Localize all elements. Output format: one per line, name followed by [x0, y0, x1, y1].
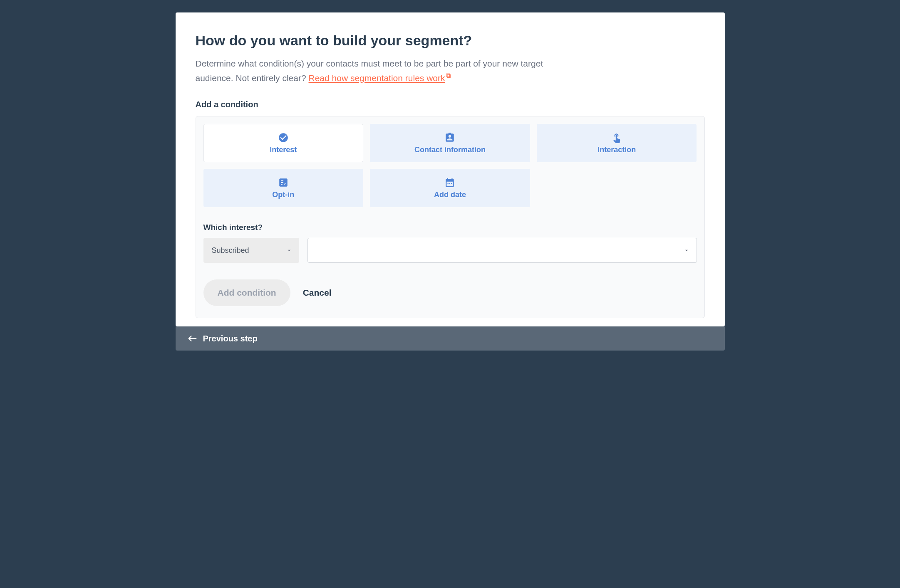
cancel-button[interactable]: Cancel — [303, 288, 332, 298]
tile-contact-information[interactable]: Contact information — [370, 124, 530, 162]
arrow-left-icon — [188, 335, 197, 342]
interest-field-row: Subscribed — [203, 238, 697, 263]
tile-label: Opt-in — [272, 190, 294, 199]
select-value: Subscribed — [212, 246, 249, 255]
calendar-icon — [444, 177, 455, 188]
condition-panel: Interest Contact information Interaction — [196, 116, 705, 318]
tile-label: Interest — [270, 146, 297, 154]
previous-step-label: Previous step — [203, 334, 258, 343]
contact-card-icon — [444, 132, 455, 143]
add-condition-heading: Add a condition — [196, 100, 705, 109]
chevron-down-icon — [286, 247, 293, 254]
tile-label: Add date — [434, 190, 466, 199]
which-interest-label: Which interest? — [203, 223, 697, 232]
external-link-icon: ⧉ — [446, 72, 451, 79]
chevron-down-icon — [683, 247, 690, 254]
previous-step-button[interactable]: Previous step — [188, 334, 258, 343]
segmentation-rules-link[interactable]: Read how segmentation rules work — [309, 73, 445, 83]
interest-value-select[interactable] — [307, 238, 697, 263]
page-title: How do you want to build your segment? — [196, 32, 705, 49]
tile-label: Contact information — [414, 146, 486, 154]
tile-label: Interaction — [598, 146, 636, 154]
tile-add-date[interactable]: Add date — [370, 169, 530, 207]
condition-type-grid: Interest Contact information Interaction — [203, 124, 697, 207]
checklist-icon — [278, 177, 289, 188]
add-condition-button[interactable]: Add condition — [203, 279, 290, 306]
check-circle-icon — [278, 132, 289, 143]
condition-actions: Add condition Cancel — [203, 279, 697, 306]
tile-interaction[interactable]: Interaction — [537, 124, 697, 162]
wizard-footer: Previous step — [176, 326, 725, 351]
tile-opt-in[interactable]: Opt-in — [203, 169, 364, 207]
touch-icon — [611, 132, 622, 143]
page-description: Determine what condition(s) your contact… — [196, 57, 578, 85]
tile-interest[interactable]: Interest — [203, 124, 364, 162]
svg-rect-0 — [449, 133, 451, 134]
segment-builder-card: How do you want to build your segment? D… — [176, 12, 725, 326]
subscription-status-select[interactable]: Subscribed — [203, 238, 299, 263]
